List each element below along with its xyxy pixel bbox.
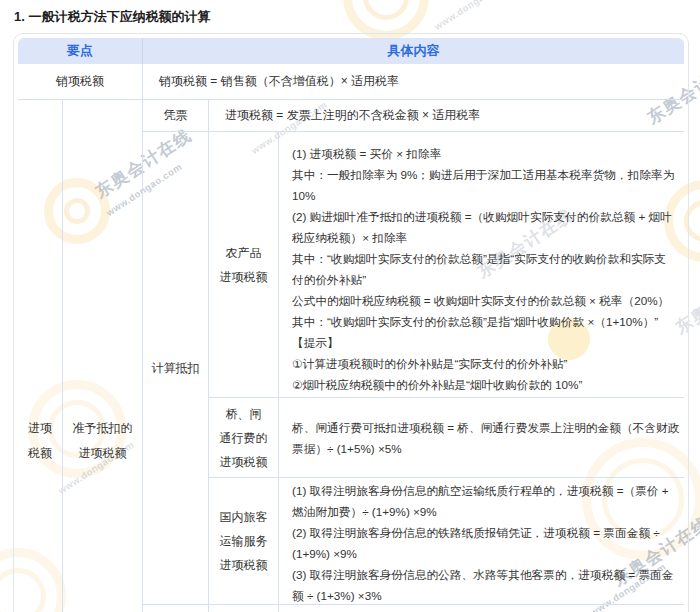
deductible-input-tax-label: 准予抵扣的 进项税额 xyxy=(63,100,143,612)
output-tax-label: 销项税额 xyxy=(18,64,143,100)
input-tax-label: 进项 税额 xyxy=(18,100,63,612)
by-invoice-content: 进项税额 = 发票上注明的不含税金额 × 适用税率 xyxy=(209,100,684,132)
agricultural-input-tax-content: (1) 进项税额 = 买价 × 扣除率 其中：一般扣除率为 9%；购进后用于深加… xyxy=(279,132,684,398)
bridge-toll-input-tax-label: 桥、闸 通行费的 进项税额 xyxy=(209,398,279,478)
header-details: 具体内容 xyxy=(143,38,684,64)
partial-row-cell xyxy=(209,605,279,612)
agricultural-input-tax-label: 农产品 进项税额 xyxy=(209,132,279,398)
passenger-transport-input-tax-content: (1) 取得注明旅客身份信息的航空运输纸质行程单的，进项税额 =（票价 + 燃油… xyxy=(279,478,684,605)
page: 1. 一般计税方法下应纳税额的计算 要点 具体内容 销项税额 销项税额 = 销售… xyxy=(0,0,700,612)
by-invoice-label: 凭票 xyxy=(143,100,209,132)
bridge-toll-input-tax-content: 桥、闸通行费可抵扣进项税额 = 桥、闸通行费发票上注明的金额（不含财政 票据）÷… xyxy=(279,398,684,478)
page-title: 1. 一般计税方法下应纳税额的计算 xyxy=(14,8,210,26)
passenger-transport-input-tax-label: 国内旅客 运输服务 进项税额 xyxy=(209,478,279,605)
partial-row-cell xyxy=(279,605,684,612)
calculated-deduction-label: 计算抵扣 xyxy=(143,132,209,605)
tax-calculation-table: 要点 具体内容 销项税额 销项税额 = 销售额（不含增值税）× 适用税率 进项 … xyxy=(18,38,684,612)
header-keypoints: 要点 xyxy=(18,38,143,64)
partial-row-cell xyxy=(143,605,209,612)
output-tax-content: 销项税额 = 销售额（不含增值税）× 适用税率 xyxy=(143,64,684,100)
